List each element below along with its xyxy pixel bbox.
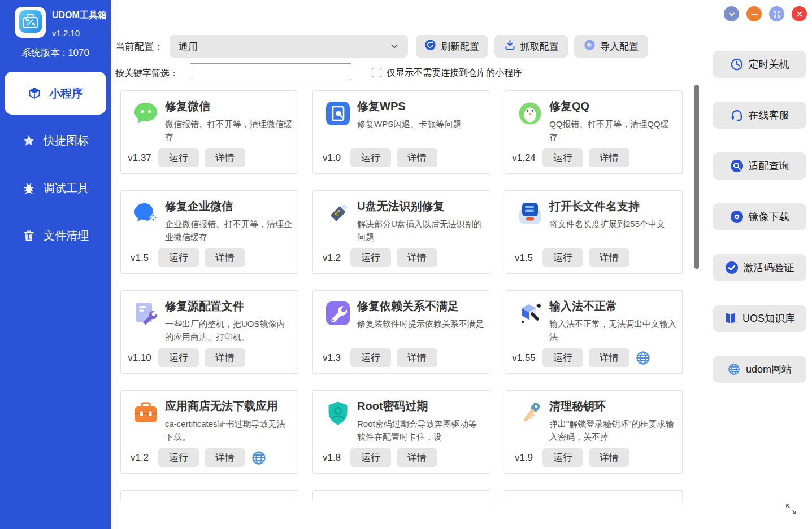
right-panel-button[interactable]: 镜像下载 xyxy=(713,203,806,230)
run-button[interactable]: 运行 xyxy=(350,348,391,367)
minus-icon xyxy=(749,9,759,19)
refresh-config-button[interactable]: 刷新配置 xyxy=(416,35,488,58)
system-version: 系统版本 : 1070 xyxy=(0,46,111,59)
partial-card xyxy=(312,490,490,529)
card-version: v1.37 xyxy=(121,152,158,164)
card-footer: v1.37 运行 详情 xyxy=(121,148,298,167)
run-button[interactable]: 运行 xyxy=(542,348,583,367)
window-controls xyxy=(724,6,807,21)
detail-button[interactable]: 详情 xyxy=(589,448,629,467)
shield-icon xyxy=(324,400,351,427)
sidebar-item[interactable]: 小程序 xyxy=(5,72,106,115)
usb-icon xyxy=(324,200,351,227)
doc-wrench-icon xyxy=(132,300,159,327)
run-button[interactable]: 运行 xyxy=(350,448,391,467)
detail-button[interactable]: 详情 xyxy=(205,148,245,167)
run-button[interactable]: 运行 xyxy=(158,148,199,167)
wrench-icon xyxy=(324,300,351,327)
headset-icon xyxy=(730,108,744,122)
repo-filter-checkbox[interactable] xyxy=(372,68,381,77)
detail-button[interactable]: 详情 xyxy=(205,348,245,367)
import-arrow-icon xyxy=(584,39,596,54)
app-version: v1.2.10 xyxy=(52,28,80,38)
sidebar-item[interactable]: 快捷图标 xyxy=(5,119,106,162)
right-panel-button[interactable]: 适配查询 xyxy=(713,152,806,180)
window-control-close[interactable] xyxy=(792,6,807,21)
run-button[interactable]: 运行 xyxy=(542,148,583,167)
right-panel-button[interactable]: 在线客服 xyxy=(713,102,806,129)
card-footer: v1.55 运行 详情 xyxy=(505,348,682,367)
app-card: Root密码过期 Root密码过期会导致奔图驱动等软件在配置时卡住，设 v1.8… xyxy=(312,390,490,474)
resize-handle-icon[interactable] xyxy=(783,501,800,518)
sidebar-item-label: 小程序 xyxy=(49,86,83,101)
detail-button[interactable]: 详情 xyxy=(205,448,245,467)
right-panel-button[interactable]: 定时关机 xyxy=(713,51,806,78)
app-card: 修复微信 微信报错、打不开等，清理微信缓存 v1.37 运行 详情 xyxy=(120,90,298,174)
card-version: v1.9 xyxy=(505,452,542,464)
detail-button[interactable]: 详情 xyxy=(397,248,437,267)
detail-button[interactable]: 详情 xyxy=(397,448,437,467)
card-description: Root密码过期会导致奔图驱动等软件在配置时卡住，设 xyxy=(357,417,484,444)
star-icon xyxy=(22,134,36,147)
wecom-icon xyxy=(132,200,159,227)
card-description: 修复装软件时提示依赖关系不满足 xyxy=(357,317,484,330)
config-dropdown-value: 通用 xyxy=(179,40,389,53)
right-panel: 定时关机 在线客服 适配查询 镜像下载 激活码验证 UOS知识库 udom网站 xyxy=(705,0,812,529)
card-version: v1.2 xyxy=(121,452,158,464)
filter-input[interactable] xyxy=(190,63,351,80)
card-version: v1.55 xyxy=(505,352,542,364)
config-label: 当前配置： xyxy=(115,40,163,53)
globe-icon[interactable] xyxy=(635,350,651,366)
run-button[interactable]: 运行 xyxy=(542,248,583,267)
card-description: 企业微信报错、打不开等，清理企业微信缓存 xyxy=(165,217,292,244)
run-button[interactable]: 运行 xyxy=(158,448,199,467)
detail-button[interactable]: 详情 xyxy=(397,148,437,167)
run-button[interactable]: 运行 xyxy=(350,248,391,267)
window-control-collapse[interactable] xyxy=(724,6,739,21)
app-card: 输入法不正常 输入法不正常，无法调出中文输入法 v1.55 运行 详情 xyxy=(505,290,683,374)
run-button[interactable]: 运行 xyxy=(350,148,391,167)
check-circle-icon xyxy=(725,261,739,274)
qq-icon xyxy=(516,100,544,127)
card-description: 修复WPS闪退、卡顿等问题 xyxy=(357,117,484,130)
right-panel-button[interactable]: 激活码验证 xyxy=(713,254,806,281)
sidebar-item-label: 调试工具 xyxy=(44,181,89,196)
card-description: 输入法不正常，无法调出中文输入法 xyxy=(549,317,676,344)
toolbox-icon xyxy=(18,9,43,36)
sidebar-item[interactable]: 调试工具 xyxy=(5,167,106,209)
card-version: v1.8 xyxy=(313,452,350,464)
card-version: v1.3 xyxy=(313,352,350,364)
sidebar-item[interactable]: 文件清理 xyxy=(5,214,106,257)
cube-icon xyxy=(28,86,41,100)
card-title: 修复微信 xyxy=(165,99,294,114)
run-button[interactable]: 运行 xyxy=(158,348,199,367)
config-dropdown[interactable]: 通用 xyxy=(170,35,408,58)
refresh-icon xyxy=(424,39,436,54)
import-config-button[interactable]: 导入配置 xyxy=(574,35,648,58)
window-control-maximize[interactable] xyxy=(769,6,784,21)
globe-icon[interactable] xyxy=(251,450,267,466)
detail-button[interactable]: 详情 xyxy=(589,148,629,167)
run-button[interactable]: 运行 xyxy=(542,448,583,467)
window-control-minimize[interactable] xyxy=(746,6,762,21)
card-footer: v1.5 运行 详情 xyxy=(121,248,298,267)
right-panel-button-label: 在线客服 xyxy=(749,108,789,122)
card-footer: v1.2 运行 详情 xyxy=(313,248,490,267)
card-footer: v1.9 运行 详情 xyxy=(505,448,682,467)
card-description: 一些出厂的整机，把UOS镜像内的应用商店、打印机、 xyxy=(165,317,292,344)
card-title: 修复源配置文件 xyxy=(165,299,294,314)
app-logo xyxy=(15,7,46,38)
vertical-scrollbar[interactable] xyxy=(694,85,699,269)
right-panel-button[interactable]: UOS知识库 xyxy=(713,305,806,332)
run-button[interactable]: 运行 xyxy=(158,248,199,267)
repo-filter-checkbox-label: 仅显示不需要连接到仓库的小程序 xyxy=(387,67,522,79)
detail-button[interactable]: 详情 xyxy=(589,348,629,367)
card-footer: v1.10 运行 详情 xyxy=(121,348,298,367)
detail-button[interactable]: 详情 xyxy=(589,248,629,267)
card-title: 输入法不正常 xyxy=(549,299,679,314)
fetch-config-button[interactable]: 抓取配置 xyxy=(494,35,568,58)
detail-button[interactable]: 详情 xyxy=(205,248,245,267)
detail-button[interactable]: 详情 xyxy=(397,348,437,367)
card-footer: v1.3 运行 详情 xyxy=(313,348,490,367)
right-panel-button[interactable]: udom网站 xyxy=(713,356,806,383)
